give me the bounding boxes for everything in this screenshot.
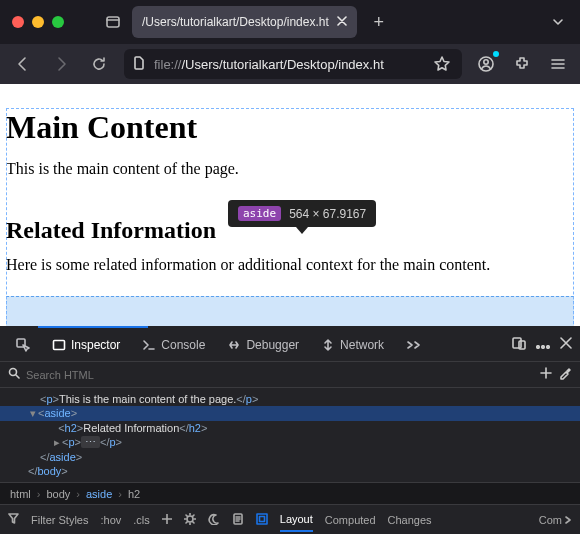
close-window-button[interactable]: [12, 16, 24, 28]
markup-view[interactable]: <p>This is the main content of the page.…: [0, 388, 580, 482]
aside-paragraph: Here is some related information or addi…: [6, 254, 574, 276]
tab-computed[interactable]: Computed: [325, 514, 376, 526]
close-tab-icon[interactable]: [337, 15, 347, 29]
dom-node-aside-open[interactable]: ▾<aside>: [0, 406, 580, 421]
search-html-input[interactable]: [26, 369, 534, 381]
address-bar[interactable]: file:///Users/tutorialkart/Desktop/index…: [124, 49, 462, 79]
notification-dot: [493, 51, 499, 57]
dom-node-h2[interactable]: <h2>Related Information</h2>: [0, 421, 580, 435]
maximize-window-button[interactable]: [52, 16, 64, 28]
inspector-tooltip: aside 564 × 67.9167: [228, 200, 376, 234]
file-icon: [132, 56, 146, 73]
page-heading: Main Content: [6, 108, 574, 146]
svg-rect-14: [259, 516, 264, 521]
dark-scheme-icon[interactable]: [208, 513, 220, 527]
dom-node-body-close[interactable]: </body>: [0, 464, 580, 478]
url-toolbar: file:///Users/tutorialkart/Desktop/index…: [0, 44, 580, 84]
tooltip-dimensions: 564 × 67.9167: [289, 207, 366, 221]
tab-compatibility[interactable]: Com: [539, 514, 572, 526]
traffic-lights: [12, 16, 64, 28]
breadcrumb-bar: html› body› aside› h2: [0, 482, 580, 504]
light-scheme-icon[interactable]: [184, 513, 196, 527]
crumb-aside[interactable]: aside: [86, 488, 112, 500]
page-paragraph: This is the main content of the page.: [6, 158, 574, 180]
tab-history-button[interactable]: [102, 11, 124, 33]
svg-rect-13: [257, 514, 267, 524]
extensions-icon[interactable]: [510, 52, 534, 76]
hov-toggle[interactable]: :hov: [100, 514, 121, 526]
tab-changes[interactable]: Changes: [388, 514, 432, 526]
dom-node-aside-close[interactable]: </aside>: [0, 450, 580, 464]
print-media-icon[interactable]: [232, 513, 244, 527]
svg-rect-4: [54, 340, 65, 349]
crumb-html[interactable]: html: [10, 488, 31, 500]
add-rule-icon[interactable]: [162, 514, 172, 526]
boxmodel-icon[interactable]: [256, 513, 268, 527]
page-content: Main Content This is the main content of…: [0, 108, 580, 354]
window-titlebar: /Users/tutorialkart/Desktop/index.ht +: [0, 0, 580, 44]
tab-dropdown-button[interactable]: [544, 8, 572, 36]
tab-debugger[interactable]: Debugger: [219, 334, 307, 356]
element-picker-icon[interactable]: [8, 334, 38, 356]
app-menu-icon[interactable]: [546, 52, 570, 76]
svg-point-9: [547, 345, 550, 348]
tab-layout[interactable]: Layout: [280, 513, 313, 532]
filter-styles-label[interactable]: Filter Styles: [31, 514, 88, 526]
svg-point-7: [537, 345, 540, 348]
minimize-window-button[interactable]: [32, 16, 44, 28]
tab-title: /Users/tutorialkart/Desktop/index.ht: [142, 15, 329, 29]
dom-node-p[interactable]: <p>This is the main content of the page.…: [0, 392, 580, 406]
html-search-bar: [0, 362, 580, 388]
rules-toolbar: Filter Styles :hov .cls Layout Computed …: [0, 504, 580, 534]
svg-rect-0: [107, 17, 119, 27]
new-tab-button[interactable]: +: [365, 8, 393, 36]
crumb-h2[interactable]: h2: [128, 488, 140, 500]
devtools-close-icon[interactable]: [560, 337, 572, 352]
tab-network[interactable]: Network: [313, 334, 392, 356]
tooltip-tag: aside: [238, 206, 281, 221]
search-icon: [8, 367, 20, 382]
account-icon[interactable]: [474, 52, 498, 76]
tab-inspector[interactable]: Inspector: [44, 334, 128, 356]
devtools-panel: Inspector Console Debugger Network <p>Th…: [0, 326, 580, 534]
bookmark-star-icon[interactable]: [430, 52, 454, 76]
responsive-mode-icon[interactable]: [512, 336, 526, 353]
filter-styles-icon[interactable]: [8, 513, 19, 526]
reload-button[interactable]: [86, 51, 112, 77]
svg-point-8: [542, 345, 545, 348]
tabs-overflow-icon[interactable]: [398, 335, 430, 355]
dom-node-p-collapsed[interactable]: ▸<p>⋯</p>: [0, 435, 580, 450]
devtools-tabbar: Inspector Console Debugger Network: [0, 328, 580, 362]
cls-toggle[interactable]: .cls: [133, 514, 150, 526]
tab-console[interactable]: Console: [134, 334, 213, 356]
devtools-menu-icon[interactable]: [536, 338, 550, 352]
browser-tab[interactable]: /Users/tutorialkart/Desktop/index.ht: [132, 6, 357, 38]
add-node-icon[interactable]: [540, 367, 552, 382]
forward-button[interactable]: [48, 51, 74, 77]
back-button[interactable]: [10, 51, 36, 77]
address-text: file:///Users/tutorialkart/Desktop/index…: [154, 57, 422, 72]
crumb-body[interactable]: body: [46, 488, 70, 500]
svg-point-2: [484, 60, 488, 64]
eyedropper-icon[interactable]: [558, 366, 572, 383]
